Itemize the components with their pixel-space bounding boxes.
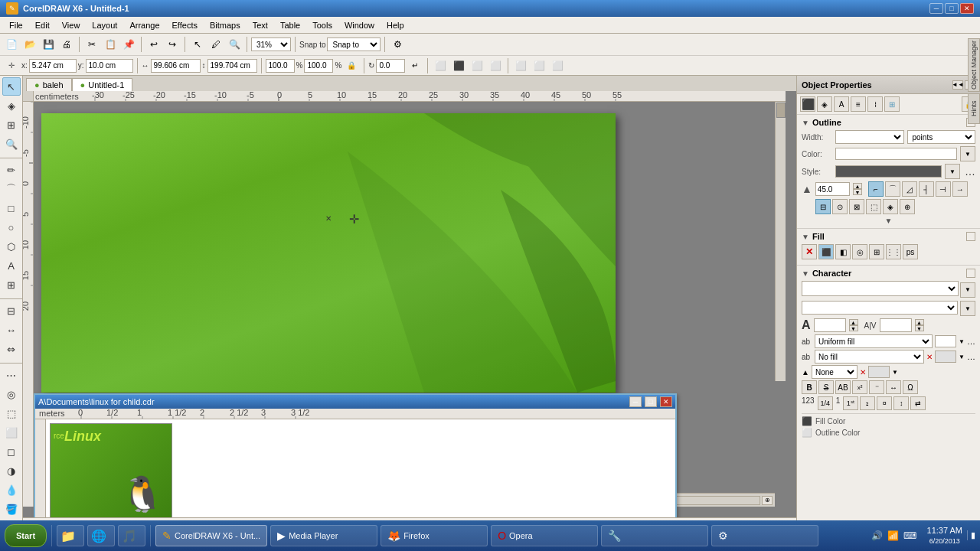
zoom-page-btn[interactable]: ⊕ (762, 496, 773, 505)
no-fill-arrow[interactable]: ▼ (959, 354, 965, 360)
fill-color-arrow[interactable]: ▼ (959, 338, 965, 345)
num-ordinal-btn[interactable]: 1ˢᵗ (843, 396, 858, 410)
behind-fill-btn[interactable]: ⬚ (866, 199, 881, 214)
lock-scale-btn[interactable]: 🔒 (343, 57, 360, 74)
tool-envelope[interactable]: ⬚ (2, 404, 21, 422)
tool-node[interactable]: ◈ (2, 96, 21, 115)
doc-tab-baleh[interactable]: ● baleh (26, 78, 72, 91)
x-input[interactable] (29, 59, 77, 73)
print-btn[interactable]: 🖨 (58, 36, 75, 53)
extra-btn3[interactable]: ⬜ (549, 57, 566, 74)
fill-collapse-btn[interactable]: ▼ (802, 233, 809, 241)
corner-round-btn[interactable]: ⌒ (885, 181, 900, 197)
angle-down-btn[interactable]: ▼ (853, 189, 862, 195)
tool-ellipse[interactable]: ○ (2, 218, 21, 236)
corner-square-btn[interactable]: ⊣ (936, 181, 951, 197)
select-btn[interactable]: ↖ (189, 36, 206, 53)
num-slash-btn[interactable]: ¤ (877, 396, 892, 410)
taskbar-app1[interactable]: 🔧 (601, 525, 708, 546)
char-size-input[interactable] (814, 318, 846, 332)
menu-arrange[interactable]: Arrange (123, 19, 165, 31)
num-fmt-btn[interactable]: 1/4 (818, 396, 833, 410)
extra-btn1[interactable]: ⬜ (512, 57, 529, 74)
menu-file[interactable]: File (3, 19, 29, 31)
freehand-btn[interactable]: 🖊 (207, 36, 224, 53)
char-size-up[interactable]: ▲ (849, 319, 858, 325)
mirror-h-btn[interactable]: ⬜ (469, 57, 485, 74)
linux-win-minimize[interactable]: ─ (629, 396, 642, 407)
side-tab-object-manager[interactable]: Object Manager (968, 76, 980, 92)
superscript-btn[interactable]: x² (852, 380, 867, 394)
menu-layout[interactable]: Layout (86, 19, 123, 31)
tool-measure[interactable]: ⇔ (2, 340, 21, 358)
none-arrow[interactable]: ▼ (892, 369, 898, 376)
align-center-btn[interactable]: ⬛ (450, 57, 467, 74)
strikethrough-btn[interactable]: S (818, 380, 834, 394)
tool-rect[interactable]: □ (2, 199, 21, 217)
taskbar-app2[interactable]: ⚙ (711, 525, 818, 546)
fill-color-more[interactable]: … (967, 337, 975, 346)
taskbar-ff[interactable]: 🦊 Firefox (381, 525, 488, 546)
num-hist-btn[interactable]: ⇄ (910, 396, 926, 410)
fill-pattern-btn[interactable]: ⊞ (869, 244, 884, 259)
doc-tab-untitled[interactable]: ● Untitled-1 (72, 78, 133, 91)
font-name-combo[interactable] (802, 281, 959, 296)
color-picker-btn[interactable]: ▼ (960, 146, 975, 161)
menu-view[interactable]: View (56, 19, 87, 31)
char-lock[interactable] (966, 269, 975, 278)
taskbar-opera[interactable]: O Opera (491, 525, 598, 546)
panel-tab-stroke[interactable]: ⬛ (800, 96, 815, 112)
angle-input[interactable] (376, 59, 405, 73)
outline-expand-btn[interactable]: ▼ (802, 217, 975, 225)
panel-pin-btn[interactable]: ◄◄ (952, 80, 963, 90)
tool-parallel[interactable]: ⊟ (2, 302, 21, 320)
system-clock[interactable]: 11:37 AM 6/20/2013 (927, 525, 962, 546)
corner-arrow-btn[interactable]: → (952, 181, 968, 197)
panel-tab-color[interactable]: ⊞ (884, 96, 900, 112)
close-button[interactable]: ✕ (960, 3, 974, 14)
menu-bitmaps[interactable]: Bitmaps (204, 19, 247, 31)
zoom-in-btn[interactable]: 🔍 (226, 36, 243, 53)
style-more-btn[interactable]: … (965, 165, 975, 178)
panel-tab-fill[interactable]: ◈ (817, 96, 832, 112)
no-fill-combo[interactable]: No fill (815, 350, 924, 364)
lang-btn[interactable]: Ω (903, 380, 918, 394)
fill-solid-btn[interactable]: ⬛ (818, 244, 834, 259)
menu-tools[interactable]: Tools (306, 19, 338, 31)
cap-square-btn[interactable]: ⊠ (849, 199, 864, 214)
kerning-up[interactable]: ▲ (915, 319, 924, 325)
corner-butt-btn[interactable]: ┤ (919, 181, 934, 197)
extra-btn2[interactable]: ⬜ (531, 57, 547, 74)
height-input[interactable] (207, 59, 257, 73)
fill-postscript-btn[interactable]: ps (903, 244, 918, 259)
tool-crop[interactable]: ⊞ (2, 116, 21, 134)
tool-zoom[interactable]: 🔍 (2, 135, 21, 153)
fill-radial-btn[interactable]: ◎ (852, 244, 867, 259)
tool-text[interactable]: A (2, 256, 21, 275)
redo-btn[interactable]: ↪ (164, 36, 181, 53)
kerning-input[interactable] (880, 318, 912, 332)
mirror-v-btn[interactable]: ⬜ (487, 57, 504, 74)
overprint-btn[interactable]: ⊕ (900, 199, 915, 214)
tool-select[interactable]: ↖ (2, 77, 21, 96)
taskbar-coreldraw[interactable]: ✎ CorelDRAW X6 - Unt... (155, 525, 267, 546)
panel-tab-text[interactable]: A (834, 96, 849, 112)
menu-effects[interactable]: Effects (166, 19, 204, 31)
taskbar-wmp[interactable]: ▶ Media Player (270, 525, 377, 546)
fill-texture-btn[interactable]: ⋮⋮ (886, 244, 901, 259)
tool-shadow[interactable]: ◻ (2, 442, 21, 461)
char-size-down[interactable]: ▼ (849, 325, 858, 331)
width-input[interactable] (151, 59, 201, 73)
scale-outline-btn[interactable]: ◈ (883, 199, 898, 214)
font-style-combo[interactable] (802, 301, 958, 315)
options-btn[interactable]: ⚙ (389, 36, 406, 53)
panel-tab-para[interactable]: ⁞ (867, 96, 883, 112)
angle-up-btn[interactable]: ▲ (853, 183, 862, 189)
width-combo[interactable] (835, 130, 904, 144)
align-left-btn[interactable]: ⬜ (432, 57, 449, 74)
tool-freehand[interactable]: ✏ (2, 161, 21, 179)
side-tab-hints[interactable]: Hints (968, 93, 980, 124)
menu-table[interactable]: Table (274, 19, 306, 31)
width-units-combo[interactable]: points (907, 130, 976, 144)
none-combo[interactable]: None (812, 365, 858, 379)
